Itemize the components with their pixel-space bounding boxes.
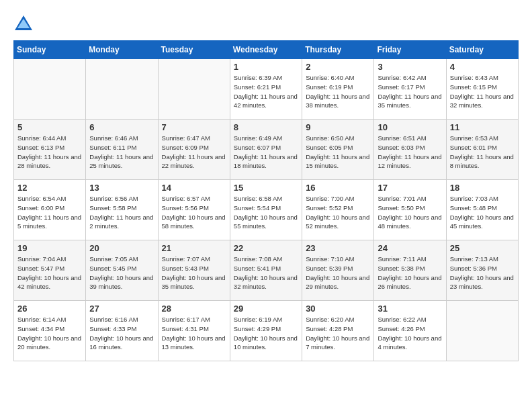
calendar-cell: 14Sunrise: 6:57 AM Sunset: 5:56 PM Dayli… [158, 180, 230, 240]
calendar-cell: 19Sunrise: 7:04 AM Sunset: 5:47 PM Dayli… [14, 240, 86, 301]
page-header [13, 13, 519, 34]
calendar-cell: 25Sunrise: 7:13 AM Sunset: 5:36 PM Dayli… [446, 240, 518, 301]
calendar-cell: 1Sunrise: 6:39 AM Sunset: 6:21 PM Daylig… [230, 59, 302, 120]
day-number: 22 [234, 243, 298, 253]
day-number: 14 [162, 183, 226, 193]
day-number: 24 [378, 243, 442, 253]
day-number: 19 [17, 243, 82, 253]
day-number: 15 [234, 183, 298, 193]
day-number: 12 [17, 183, 82, 193]
day-info: Sunrise: 7:04 AM Sunset: 5:47 PM Dayligh… [17, 255, 82, 291]
calendar-cell: 29Sunrise: 6:19 AM Sunset: 4:29 PM Dayli… [230, 301, 302, 361]
weekday-header-friday: Friday [374, 41, 446, 59]
day-number: 25 [450, 243, 515, 253]
day-number: 5 [17, 122, 82, 132]
day-number: 11 [450, 122, 515, 132]
day-info: Sunrise: 7:10 AM Sunset: 5:39 PM Dayligh… [306, 255, 370, 291]
weekday-header-sunday: Sunday [14, 41, 86, 59]
day-number: 6 [89, 122, 154, 132]
day-info: Sunrise: 7:07 AM Sunset: 5:43 PM Dayligh… [162, 255, 226, 291]
calendar-cell: 7Sunrise: 6:47 AM Sunset: 6:09 PM Daylig… [158, 120, 230, 180]
calendar-week-row: 26Sunrise: 6:14 AM Sunset: 4:34 PM Dayli… [14, 301, 519, 361]
calendar-cell: 15Sunrise: 6:58 AM Sunset: 5:54 PM Dayli… [230, 180, 302, 240]
day-info: Sunrise: 6:50 AM Sunset: 6:05 PM Dayligh… [306, 134, 370, 171]
calendar-cell: 23Sunrise: 7:10 AM Sunset: 5:39 PM Dayli… [302, 240, 374, 301]
day-number: 27 [89, 304, 154, 314]
day-info: Sunrise: 6:58 AM Sunset: 5:54 PM Dayligh… [234, 194, 298, 231]
calendar-cell: 31Sunrise: 6:22 AM Sunset: 4:26 PM Dayli… [374, 301, 446, 361]
weekday-header-tuesday: Tuesday [158, 41, 230, 59]
weekday-header-row: SundayMondayTuesdayWednesdayThursdayFrid… [14, 41, 519, 59]
calendar-cell: 21Sunrise: 7:07 AM Sunset: 5:43 PM Dayli… [158, 240, 230, 301]
weekday-header-thursday: Thursday [302, 41, 374, 59]
calendar-cell: 2Sunrise: 6:40 AM Sunset: 6:19 PM Daylig… [302, 59, 374, 120]
calendar-week-row: 5Sunrise: 6:44 AM Sunset: 6:13 PM Daylig… [14, 120, 519, 180]
calendar-cell: 18Sunrise: 7:03 AM Sunset: 5:48 PM Dayli… [446, 180, 518, 240]
calendar-cell: 24Sunrise: 7:11 AM Sunset: 5:38 PM Dayli… [374, 240, 446, 301]
calendar-cell: 17Sunrise: 7:01 AM Sunset: 5:50 PM Dayli… [374, 180, 446, 240]
calendar-cell: 27Sunrise: 6:16 AM Sunset: 4:33 PM Dayli… [86, 301, 158, 361]
calendar-cell: 11Sunrise: 6:53 AM Sunset: 6:01 PM Dayli… [446, 120, 518, 180]
calendar-cell: 9Sunrise: 6:50 AM Sunset: 6:05 PM Daylig… [302, 120, 374, 180]
calendar-cell [446, 301, 518, 361]
day-info: Sunrise: 6:14 AM Sunset: 4:34 PM Dayligh… [17, 315, 82, 352]
weekday-header-wednesday: Wednesday [230, 41, 302, 59]
day-info: Sunrise: 6:44 AM Sunset: 6:13 PM Dayligh… [17, 134, 82, 171]
day-info: Sunrise: 7:00 AM Sunset: 5:52 PM Dayligh… [306, 194, 370, 231]
calendar-week-row: 19Sunrise: 7:04 AM Sunset: 5:47 PM Dayli… [14, 240, 519, 301]
day-number: 1 [234, 62, 298, 72]
day-info: Sunrise: 6:56 AM Sunset: 5:58 PM Dayligh… [89, 194, 154, 231]
calendar-cell: 8Sunrise: 6:49 AM Sunset: 6:07 PM Daylig… [230, 120, 302, 180]
calendar-cell: 6Sunrise: 6:46 AM Sunset: 6:11 PM Daylig… [86, 120, 158, 180]
day-info: Sunrise: 6:53 AM Sunset: 6:01 PM Dayligh… [450, 134, 515, 171]
day-number: 20 [89, 243, 154, 253]
day-number: 9 [306, 122, 370, 132]
day-number: 10 [378, 122, 442, 132]
day-info: Sunrise: 6:22 AM Sunset: 4:26 PM Dayligh… [378, 315, 442, 352]
day-number: 7 [162, 122, 226, 132]
day-info: Sunrise: 7:05 AM Sunset: 5:45 PM Dayligh… [89, 255, 154, 291]
day-number: 3 [378, 62, 442, 72]
day-info: Sunrise: 7:13 AM Sunset: 5:36 PM Dayligh… [450, 255, 515, 291]
calendar-cell: 5Sunrise: 6:44 AM Sunset: 6:13 PM Daylig… [14, 120, 86, 180]
calendar-cell: 22Sunrise: 7:08 AM Sunset: 5:41 PM Dayli… [230, 240, 302, 301]
day-info: Sunrise: 6:51 AM Sunset: 6:03 PM Dayligh… [378, 134, 442, 171]
day-number: 17 [378, 183, 442, 193]
day-info: Sunrise: 6:54 AM Sunset: 6:00 PM Dayligh… [17, 194, 82, 231]
calendar-week-row: 12Sunrise: 6:54 AM Sunset: 6:00 PM Dayli… [14, 180, 519, 240]
day-info: Sunrise: 6:43 AM Sunset: 6:15 PM Dayligh… [450, 73, 515, 110]
day-number: 18 [450, 183, 515, 193]
day-number: 21 [162, 243, 226, 253]
calendar-cell: 12Sunrise: 6:54 AM Sunset: 6:00 PM Dayli… [14, 180, 86, 240]
logo-icon [13, 13, 34, 34]
calendar-cell: 4Sunrise: 6:43 AM Sunset: 6:15 PM Daylig… [446, 59, 518, 120]
weekday-header-monday: Monday [86, 41, 158, 59]
day-info: Sunrise: 7:08 AM Sunset: 5:41 PM Dayligh… [234, 255, 298, 291]
calendar-cell: 3Sunrise: 6:42 AM Sunset: 6:17 PM Daylig… [374, 59, 446, 120]
logo [13, 13, 36, 34]
day-info: Sunrise: 6:46 AM Sunset: 6:11 PM Dayligh… [89, 134, 154, 171]
calendar-week-row: 1Sunrise: 6:39 AM Sunset: 6:21 PM Daylig… [14, 59, 519, 120]
day-number: 4 [450, 62, 515, 72]
day-number: 2 [306, 62, 370, 72]
day-info: Sunrise: 7:11 AM Sunset: 5:38 PM Dayligh… [378, 255, 442, 291]
day-info: Sunrise: 6:57 AM Sunset: 5:56 PM Dayligh… [162, 194, 226, 231]
calendar-cell: 30Sunrise: 6:20 AM Sunset: 4:28 PM Dayli… [302, 301, 374, 361]
calendar-cell: 16Sunrise: 7:00 AM Sunset: 5:52 PM Dayli… [302, 180, 374, 240]
day-info: Sunrise: 6:49 AM Sunset: 6:07 PM Dayligh… [234, 134, 298, 171]
day-number: 23 [306, 243, 370, 253]
calendar-cell [158, 59, 230, 120]
day-number: 28 [162, 304, 226, 314]
day-number: 31 [378, 304, 442, 314]
day-info: Sunrise: 6:40 AM Sunset: 6:19 PM Dayligh… [306, 73, 370, 110]
day-info: Sunrise: 6:16 AM Sunset: 4:33 PM Dayligh… [89, 315, 154, 352]
day-number: 29 [234, 304, 298, 314]
day-number: 8 [234, 122, 298, 132]
day-info: Sunrise: 6:17 AM Sunset: 4:31 PM Dayligh… [162, 315, 226, 352]
day-info: Sunrise: 6:39 AM Sunset: 6:21 PM Dayligh… [234, 73, 298, 110]
calendar-cell: 26Sunrise: 6:14 AM Sunset: 4:34 PM Dayli… [14, 301, 86, 361]
day-number: 13 [89, 183, 154, 193]
day-info: Sunrise: 7:01 AM Sunset: 5:50 PM Dayligh… [378, 194, 442, 231]
day-info: Sunrise: 6:19 AM Sunset: 4:29 PM Dayligh… [234, 315, 298, 352]
day-number: 26 [17, 304, 82, 314]
